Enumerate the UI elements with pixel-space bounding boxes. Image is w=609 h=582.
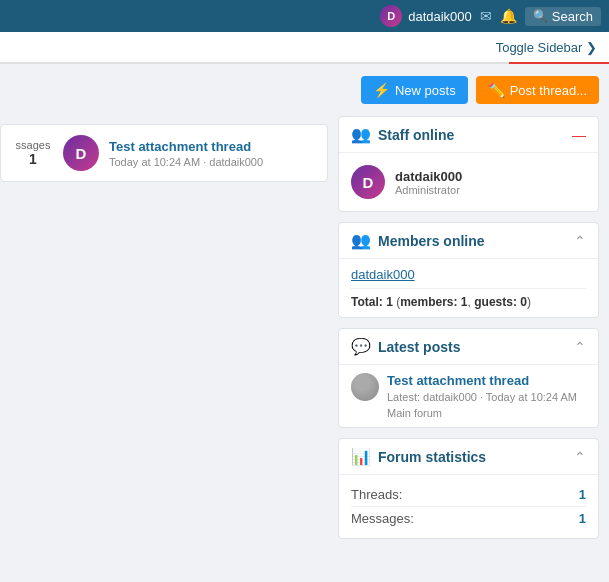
mail-icon[interactable]: ✉ <box>480 8 492 24</box>
search-label: Search <box>552 9 593 24</box>
staff-details: datdaik000 Administrator <box>395 169 462 196</box>
latest-post-info: Test attachment thread Latest: datdaik00… <box>387 373 577 419</box>
chart-icon: 📊 <box>351 447 371 466</box>
members-online-title: Members online <box>378 233 485 249</box>
members-online-body: datdaik000 Total: 1 (members: 1, guests:… <box>339 259 598 317</box>
avatar-image <box>351 373 379 401</box>
latest-post-title[interactable]: Test attachment thread <box>387 373 577 388</box>
left-panel: ssages 1 D Test attachment thread Today … <box>0 76 328 582</box>
latest-posts-header: 💬 Latest posts ⌃ <box>339 329 598 365</box>
staff-online-header-left: 👥 Staff online <box>351 125 454 144</box>
guests-count-label: guests: <box>474 295 520 309</box>
members-online-header: 👥 Members online ⌃ <box>339 223 598 259</box>
stat-row-threads: Threads: 1 <box>351 483 586 507</box>
chevron-up-icon: — <box>572 127 586 143</box>
navbar: D datdaik000 ✉ 🔔 🔍 Search <box>0 0 609 32</box>
forum-stats-header-left: 📊 Forum statistics <box>351 447 486 466</box>
messages-card: ssages 1 D Test attachment thread Today … <box>0 124 328 182</box>
latest-post-forum: Main forum <box>387 407 577 419</box>
right-panel: ⚡ New posts ✏️ Post thread... 👥 Staff on… <box>328 76 609 582</box>
latest-posts-collapse-button[interactable]: ⌃ <box>574 339 586 355</box>
latest-posts-body: Test attachment thread Latest: datdaik00… <box>339 365 598 427</box>
navbar-avatar: D <box>380 5 402 27</box>
latest-posts-widget: 💬 Latest posts ⌃ Test attachment thread … <box>338 328 599 428</box>
forum-statistics-body: Threads: 1 Messages: 1 <box>339 475 598 538</box>
staff-online-collapse-button[interactable]: — <box>572 127 586 143</box>
messages-label: ssages <box>13 139 53 151</box>
threads-value: 1 <box>579 487 586 502</box>
search-button[interactable]: 🔍 Search <box>525 7 601 26</box>
staff-online-body: D datdaik000 Administrator <box>339 153 598 211</box>
main-layout: ssages 1 D Test attachment thread Today … <box>0 64 609 582</box>
thread-avatar: D <box>63 135 99 171</box>
threads-label: Threads: <box>351 487 402 502</box>
action-buttons: ⚡ New posts ✏️ Post thread... <box>338 76 599 104</box>
forum-statistics-header: 📊 Forum statistics ⌃ <box>339 439 598 475</box>
new-posts-button[interactable]: ⚡ New posts <box>361 76 468 104</box>
edit-icon: ✏️ <box>488 82 505 98</box>
staff-item: D datdaik000 Administrator <box>351 161 586 203</box>
members-online-widget: 👥 Members online ⌃ datdaik000 Total: 1 (… <box>338 222 599 318</box>
forum-statistics-collapse-button[interactable]: ⌃ <box>574 449 586 465</box>
post-thread-button[interactable]: ✏️ Post thread... <box>476 76 599 104</box>
thread-info: Test attachment thread Today at 10:24 AM… <box>109 139 315 168</box>
search-icon: 🔍 <box>533 9 548 23</box>
staff-online-widget: 👥 Staff online — D datdaik000 Administra… <box>338 116 599 212</box>
latest-post-avatar <box>351 373 379 401</box>
staff-avatar: D <box>351 165 385 199</box>
thread-meta: Today at 10:24 AM · datdaik000 <box>109 156 315 168</box>
staff-online-title: Staff online <box>378 127 454 143</box>
latest-post-item: Test attachment thread Latest: datdaik00… <box>351 373 586 419</box>
navbar-user: D datdaik000 <box>380 5 472 27</box>
messages-count: 1 <box>13 151 53 167</box>
staff-role: Administrator <box>395 184 462 196</box>
messages-value: 1 <box>579 511 586 526</box>
members-icon: 👥 <box>351 231 371 250</box>
toggle-sidebar-bar: Toggle Sidebar ❯ <box>0 32 609 64</box>
staff-icon: 👥 <box>351 125 371 144</box>
total-count: 1 <box>386 295 393 309</box>
members-total: Total: 1 (members: 1, guests: 0) <box>351 288 586 309</box>
messages-label: Messages: <box>351 511 414 526</box>
lightning-icon: ⚡ <box>373 82 390 98</box>
staff-name[interactable]: datdaik000 <box>395 169 462 184</box>
chat-icon: 💬 <box>351 337 371 356</box>
latest-posts-title: Latest posts <box>378 339 460 355</box>
toggle-sidebar-link[interactable]: Toggle Sidebar ❯ <box>496 40 597 55</box>
chevron-up-icon: ⌃ <box>574 449 586 465</box>
latest-post-meta: Latest: datdaik000 · Today at 10:24 AM <box>387 390 577 405</box>
navbar-username: datdaik000 <box>408 9 472 24</box>
members-count-label: members: <box>400 295 461 309</box>
chevron-up-icon: ⌃ <box>574 339 586 355</box>
chevron-up-icon: ⌃ <box>574 233 586 249</box>
forum-statistics-widget: 📊 Forum statistics ⌃ Threads: 1 Messages… <box>338 438 599 539</box>
forum-statistics-title: Forum statistics <box>378 449 486 465</box>
latest-posts-header-left: 💬 Latest posts <box>351 337 460 356</box>
staff-online-header: 👥 Staff online — <box>339 117 598 153</box>
message-count-col: ssages 1 <box>13 139 53 167</box>
stat-row-messages: Messages: 1 <box>351 507 586 530</box>
thread-title[interactable]: Test attachment thread <box>109 139 315 154</box>
members-online-header-left: 👥 Members online <box>351 231 485 250</box>
members-online-collapse-button[interactable]: ⌃ <box>574 233 586 249</box>
bell-icon[interactable]: 🔔 <box>500 8 517 24</box>
member-link[interactable]: datdaik000 <box>351 267 586 282</box>
